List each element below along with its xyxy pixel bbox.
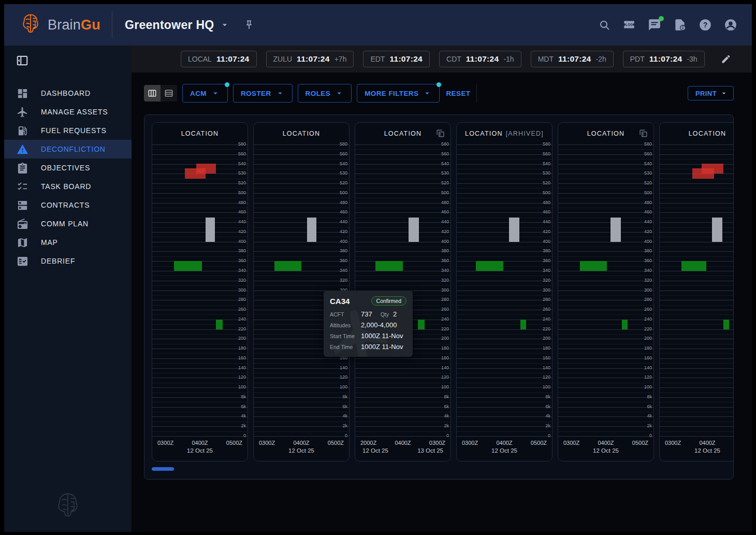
gridline — [457, 144, 552, 145]
checklist-icon — [17, 181, 28, 193]
chat-icon[interactable] — [648, 18, 661, 32]
green-altitude-block[interactable] — [418, 320, 425, 329]
gridline-minor — [558, 237, 653, 237]
green-altitude-block[interactable] — [622, 320, 628, 329]
workspace-selector[interactable]: Greentower HQ — [125, 18, 255, 32]
gridline — [558, 203, 653, 204]
filter-acm-button[interactable]: ACM — [182, 84, 228, 103]
y-axis-label: 280 — [238, 298, 246, 302]
gridline-minor — [660, 314, 733, 315]
print-button[interactable]: PRINT — [688, 86, 734, 100]
edit-clocks-icon[interactable] — [721, 54, 731, 64]
gridline — [660, 193, 733, 194]
help-icon[interactable]: ? — [699, 18, 712, 32]
filter-roles-button[interactable]: ROLES — [298, 84, 352, 103]
location-column-4: LOCATION[ARHIVED]58056054053052050048046… — [456, 122, 553, 461]
column-view-icon[interactable] — [144, 85, 161, 102]
horizontal-scrollbar[interactable] — [152, 467, 174, 471]
sidebar-item-map[interactable]: MAP — [4, 233, 132, 252]
gridline-minor — [558, 373, 653, 373]
account-icon[interactable] — [724, 18, 737, 32]
filter-more-filters-button[interactable]: MORE FILTERS — [357, 84, 440, 103]
green-altitude-block[interactable] — [520, 320, 526, 329]
gridline — [457, 222, 552, 223]
y-axis-label: 340 — [441, 268, 449, 273]
y-axis-label: 560 — [340, 152, 347, 156]
gridline-minor — [660, 344, 733, 344]
gray-altitude-block[interactable] — [610, 218, 621, 242]
green-altitude-block[interactable] — [375, 261, 403, 271]
sidebar-item-debrief[interactable]: DEBRIEF — [4, 252, 132, 270]
y-axis-label: 200 — [543, 337, 550, 341]
row-view-icon[interactable] — [161, 85, 177, 102]
search-icon[interactable] — [599, 19, 610, 31]
sidebar-item-dashboard[interactable]: DASHBOARD — [4, 84, 132, 103]
chevron-down-icon[interactable] — [220, 20, 230, 30]
gray-altitude-block[interactable] — [206, 218, 215, 242]
sidebar-item-task-board[interactable]: TASK BOARD — [4, 177, 132, 196]
document-info-icon[interactable] — [673, 18, 687, 32]
gridline — [355, 193, 450, 194]
y-axis-label: 100 — [340, 385, 347, 389]
gridline-minor — [355, 159, 450, 160]
log-ticket-icon[interactable]: LOG — [622, 18, 636, 32]
gridline — [152, 378, 248, 378]
gridline — [558, 368, 653, 369]
gridline — [355, 154, 450, 155]
gridline — [355, 281, 450, 281]
copy-icon[interactable] — [435, 128, 445, 138]
gridline — [457, 271, 552, 271]
sidebar-item-contracts[interactable]: CONTRACTS — [4, 196, 132, 214]
gridline-minor — [457, 353, 552, 354]
gridline — [660, 251, 733, 252]
sidebar-item-fuel-requests[interactable]: FUEL REQUESTS — [4, 121, 132, 140]
filter-roster-button[interactable]: ROSTER — [233, 84, 293, 103]
gray-altitude-block[interactable] — [509, 218, 519, 242]
green-altitude-block[interactable] — [274, 261, 301, 271]
gridline — [660, 242, 733, 242]
sidebar-item-comm-plan[interactable]: COMM PLAN — [4, 214, 132, 233]
gridline — [457, 407, 552, 408]
clock-time: 11:07:24 — [466, 54, 499, 64]
gridline-minor — [355, 412, 450, 412]
gray-altitude-block[interactable] — [307, 218, 316, 242]
green-altitude-block[interactable] — [580, 261, 607, 271]
copy-icon[interactable] — [638, 128, 648, 138]
sidebar-item-manage-assets[interactable]: MANAGE ASSETS — [4, 103, 132, 121]
chevron-down-icon — [720, 89, 728, 97]
red-altitude-block[interactable] — [702, 164, 723, 174]
column-header: LOCATION — [254, 128, 349, 139]
reset-button[interactable]: RESET — [440, 90, 476, 97]
gridline-minor — [558, 295, 653, 296]
green-altitude-block[interactable] — [174, 261, 201, 271]
y-axis-label: 260 — [238, 307, 246, 312]
altitude-plot: 5805605405305205004804604404204003803603… — [558, 144, 653, 436]
sidebar-collapse-icon[interactable] — [16, 54, 29, 67]
gridline — [660, 144, 733, 145]
gridline — [355, 203, 450, 204]
green-altitude-block[interactable] — [681, 261, 706, 271]
brand: BrainGu — [20, 13, 100, 37]
gridline — [558, 416, 653, 417]
gray-altitude-block[interactable] — [712, 218, 722, 242]
brand-name: BrainGu — [48, 17, 100, 33]
radio-icon — [17, 218, 28, 230]
deconfliction-chart-panel: LOCATION58056054053052050048046044042040… — [144, 114, 734, 480]
gridline-minor — [660, 198, 733, 198]
green-altitude-block[interactable] — [723, 320, 729, 329]
green-altitude-block[interactable] — [476, 261, 503, 271]
gridline — [558, 291, 653, 291]
gridline-minor — [254, 373, 349, 373]
sidebar-item-objectives[interactable]: OBJECTIVES — [4, 158, 132, 177]
sidebar-item-deconfliction[interactable]: DECONFLICTION — [4, 140, 132, 158]
gray-altitude-block[interactable] — [409, 218, 419, 242]
gridline — [558, 387, 653, 388]
green-altitude-block[interactable] — [216, 320, 223, 329]
gridline — [254, 212, 349, 213]
red-altitude-block[interactable] — [196, 164, 216, 174]
y-axis-label: 280 — [441, 298, 449, 302]
gridline — [254, 183, 349, 184]
pin-icon[interactable] — [243, 19, 255, 31]
gridline-minor — [558, 208, 653, 208]
x-axis-dates: 12 Oct 25 — [457, 447, 552, 454]
